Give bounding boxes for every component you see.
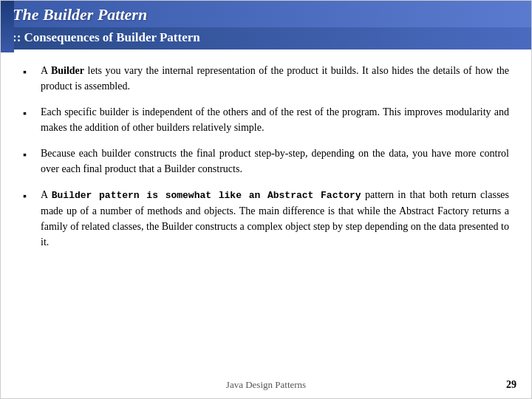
slide-header: The Builder Pattern :: Consequences of B… [1, 1, 531, 50]
slide-title: The Builder Pattern [13, 5, 147, 24]
bullet-item-3: ▪ Because each builder constructs the fi… [23, 146, 509, 177]
bullet-text-4: A Builder pattern is somewhat like an Ab… [41, 187, 509, 250]
slide-footer: Java Design Patterns 29 [1, 379, 531, 391]
footer-page-number: 29 [506, 379, 516, 391]
header-title-bar: The Builder Pattern [1, 1, 531, 27]
bullet-marker-4: ▪ [23, 188, 35, 204]
bold-builder-1: Builder [51, 65, 84, 76]
slide-container: The Builder Pattern :: Consequences of B… [0, 0, 532, 399]
bullet-item-2: ▪ Each specific builder is independent o… [23, 104, 509, 135]
footer-label: Java Design Patterns [16, 379, 516, 391]
header-subtitle-bar: :: Consequences of Builder Pattern [1, 27, 531, 50]
bullet-marker-3: ▪ [23, 147, 35, 163]
bullet-text-1: A Builder lets you vary the internal rep… [41, 63, 509, 94]
bullet-list: ▪ A Builder lets you vary the internal r… [23, 63, 509, 250]
corner-decoration [1, 1, 14, 52]
bullet-text-2: Each specific builder is independent of … [41, 104, 509, 135]
bullet-marker-1: ▪ [23, 64, 35, 80]
bullet-item-4: ▪ A Builder pattern is somewhat like an … [23, 187, 509, 250]
bullet-text-3: Because each builder constructs the fina… [41, 146, 509, 177]
slide-content: ▪ A Builder lets you vary the internal r… [1, 50, 531, 267]
bold-italic-text: Builder pattern is somewhat like an Abst… [52, 190, 361, 201]
bullet-item-1: ▪ A Builder lets you vary the internal r… [23, 63, 509, 94]
bullet-marker-2: ▪ [23, 106, 35, 121]
slide-subtitle: :: Consequences of Builder Pattern [13, 30, 200, 44]
